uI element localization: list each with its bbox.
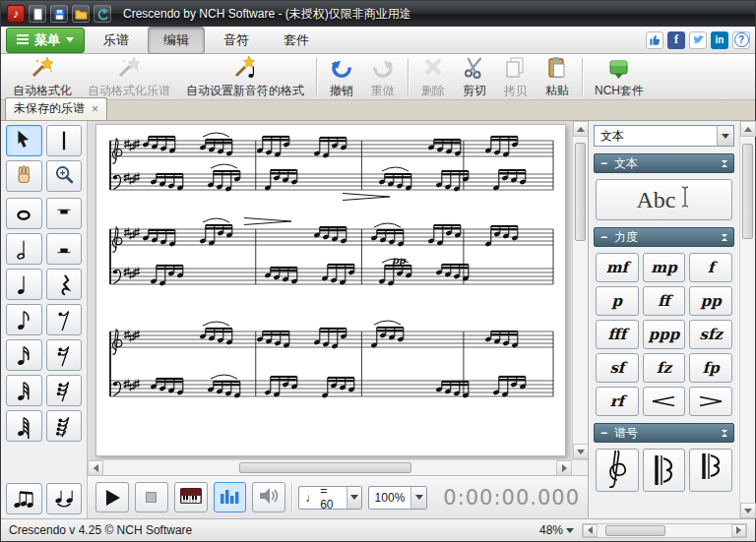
tool-half-note[interactable] bbox=[6, 233, 42, 265]
section-header-clefs[interactable]: − 谱号 bbox=[594, 423, 734, 443]
auto-format-button[interactable]: 自动格式化 bbox=[9, 53, 76, 100]
sound-button[interactable] bbox=[252, 482, 285, 512]
dynamic-ppp[interactable]: ppp bbox=[643, 320, 686, 349]
scroll-thumb[interactable] bbox=[239, 462, 411, 473]
palette-category-value: 文本 bbox=[595, 126, 717, 146]
section-header-text[interactable]: − 文本 bbox=[594, 153, 734, 173]
diminuendo-hairpin-button[interactable] bbox=[689, 387, 732, 416]
dynamic-fz[interactable]: fz bbox=[643, 353, 686, 383]
tool-sixtyfourth-note[interactable] bbox=[6, 410, 42, 442]
facebook-icon[interactable]: f bbox=[667, 31, 685, 49]
scroll-thumb[interactable] bbox=[742, 144, 753, 239]
scroll-up-button[interactable] bbox=[573, 121, 589, 137]
stop-button[interactable] bbox=[135, 482, 168, 512]
palette-dropdown-button[interactable] bbox=[717, 126, 733, 146]
tempo-combo[interactable]: ♩ = 60 bbox=[298, 486, 361, 510]
undo-button[interactable]: 撤销 bbox=[325, 53, 358, 100]
instrument-button[interactable] bbox=[174, 482, 208, 512]
tool-quarter-rest[interactable] bbox=[46, 269, 83, 300]
dynamic-p[interactable]: p bbox=[596, 286, 639, 316]
scroll-right-button[interactable] bbox=[556, 460, 572, 476]
palette-category-dropdown[interactable]: 文本 bbox=[594, 125, 734, 147]
open-folder-icon[interactable] bbox=[72, 5, 90, 23]
tool-zoom[interactable] bbox=[46, 160, 83, 192]
linkedin-icon[interactable]: in bbox=[711, 31, 728, 49]
scroll-left-button[interactable] bbox=[88, 460, 103, 476]
crescendo-hairpin-button[interactable] bbox=[643, 387, 686, 416]
alto-clef-button[interactable] bbox=[643, 449, 686, 492]
scroll-left-button[interactable] bbox=[583, 524, 598, 537]
tool-eighth-note[interactable] bbox=[6, 304, 42, 335]
mixer-button[interactable] bbox=[214, 482, 247, 512]
cut-button[interactable]: 剪切 bbox=[458, 53, 491, 100]
scroll-right-button[interactable] bbox=[731, 524, 746, 537]
tenor-clef-button[interactable] bbox=[689, 449, 732, 492]
tool-barline[interactable] bbox=[46, 125, 83, 156]
menu-tab-score[interactable]: 乐谱 bbox=[88, 27, 145, 54]
tool-triplet[interactable] bbox=[6, 483, 42, 514]
twitter-icon[interactable] bbox=[689, 31, 707, 49]
undo-small-icon[interactable] bbox=[94, 5, 111, 23]
reorder-arrows-icon[interactable] bbox=[722, 160, 727, 167]
document-tab[interactable]: 未保存的乐谱 × bbox=[5, 97, 107, 120]
tool-thirtysecond-rest[interactable] bbox=[46, 375, 83, 406]
playback-zoom-combo[interactable]: 100% bbox=[368, 486, 428, 510]
scroll-down-button[interactable] bbox=[740, 503, 756, 518]
auto-format-score-button[interactable]: 自动格式化乐谱 bbox=[84, 53, 174, 100]
insert-text-button[interactable]: Abc bbox=[596, 179, 732, 220]
tab-close-icon[interactable]: × bbox=[92, 104, 98, 114]
save-icon[interactable] bbox=[50, 5, 68, 23]
menu-tab-edit[interactable]: 编辑 bbox=[148, 27, 205, 54]
status-zoom-control[interactable]: 48% bbox=[539, 523, 574, 537]
dynamic-fp[interactable]: fp bbox=[689, 353, 732, 383]
tool-pan-hand[interactable] bbox=[6, 160, 42, 192]
dynamic-fff[interactable]: fff bbox=[596, 320, 639, 349]
score-page[interactable]: pp bbox=[95, 124, 566, 456]
dynamic-sfz[interactable]: sfz bbox=[689, 320, 732, 349]
scroll-up-button[interactable] bbox=[740, 121, 756, 137]
tool-sixteenth-rest[interactable] bbox=[46, 339, 83, 371]
tempo-dropdown-button[interactable] bbox=[346, 487, 361, 509]
tool-tie[interactable] bbox=[46, 483, 83, 514]
section-header-dynamics[interactable]: − 力度 bbox=[594, 227, 734, 247]
main-area: pp bbox=[1, 121, 755, 518]
dynamic-pp[interactable]: pp bbox=[689, 286, 732, 316]
tool-whole-note[interactable] bbox=[6, 198, 42, 229]
paste-button[interactable]: 粘贴 bbox=[540, 53, 574, 100]
delete-button[interactable]: 删除 bbox=[416, 53, 450, 100]
tool-select[interactable] bbox=[6, 125, 42, 156]
tool-sixtyfourth-rest[interactable] bbox=[46, 410, 83, 442]
zoom-dropdown-button[interactable] bbox=[410, 487, 426, 509]
dynamic-rf[interactable]: rf bbox=[596, 387, 639, 416]
reorder-arrows-icon[interactable] bbox=[722, 234, 727, 241]
tool-half-rest[interactable] bbox=[46, 233, 83, 265]
magic-wand-icon bbox=[30, 54, 55, 83]
tool-whole-rest[interactable] bbox=[46, 198, 83, 229]
reorder-arrows-icon[interactable] bbox=[722, 430, 727, 437]
menu-tab-suite[interactable]: 套件 bbox=[268, 27, 325, 54]
tool-sixteenth-note[interactable] bbox=[6, 339, 42, 371]
tool-thirtysecond-note[interactable] bbox=[6, 375, 42, 406]
like-icon[interactable] bbox=[646, 31, 663, 49]
play-button[interactable] bbox=[95, 482, 129, 512]
new-document-icon[interactable] bbox=[29, 5, 46, 23]
tool-quarter-note[interactable] bbox=[6, 269, 42, 300]
redo-button[interactable]: 重做 bbox=[366, 53, 400, 100]
scroll-down-button[interactable] bbox=[573, 444, 589, 459]
dynamic-f[interactable]: f bbox=[689, 253, 732, 282]
scroll-thumb[interactable] bbox=[605, 525, 665, 536]
dynamic-mp[interactable]: mp bbox=[643, 253, 686, 282]
dynamic-ff[interactable]: ff bbox=[643, 286, 686, 316]
score-viewport[interactable]: pp bbox=[88, 121, 572, 459]
menu-tab-notes[interactable]: 音符 bbox=[208, 27, 265, 54]
treble-clef-button[interactable] bbox=[596, 449, 639, 492]
scroll-thumb[interactable] bbox=[575, 143, 586, 241]
menu-button[interactable]: 菜单 bbox=[6, 28, 85, 53]
help-icon[interactable]: ? bbox=[732, 31, 750, 49]
nch-suite-button[interactable]: NCH套件 bbox=[591, 53, 648, 100]
tool-eighth-rest[interactable] bbox=[46, 304, 83, 335]
copy-button[interactable]: 拷贝 bbox=[499, 53, 533, 100]
auto-format-new-notes-button[interactable]: 自动设置新音符的格式 bbox=[182, 53, 308, 100]
dynamic-mf[interactable]: mf bbox=[596, 253, 639, 282]
dynamic-sf[interactable]: sf bbox=[596, 353, 639, 383]
